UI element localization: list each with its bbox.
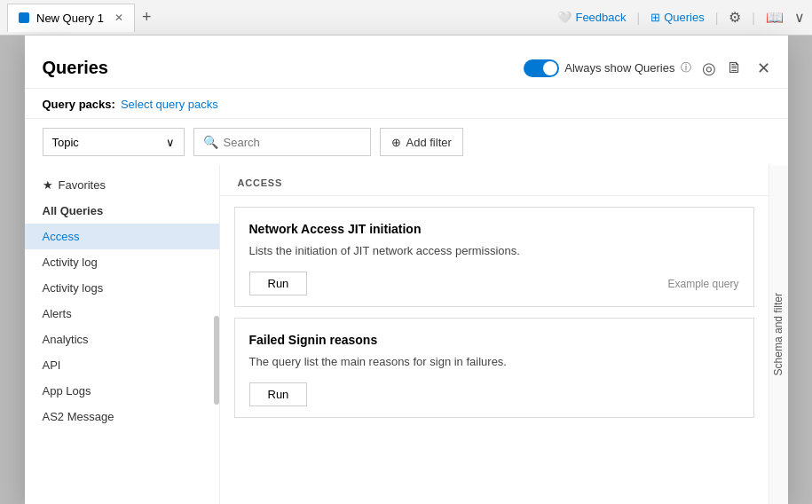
- query-card-footer-2: Run: [249, 382, 739, 406]
- schema-filter-label: Schema and filter: [772, 293, 784, 375]
- query-card-network-access: Network Access JIT initiation Lists the …: [234, 207, 754, 307]
- sidebar-item-label: App Logs: [43, 384, 91, 398]
- sidebar-item-label: API: [43, 358, 61, 372]
- sidebar-scrollbar-thumb[interactable]: [214, 316, 219, 405]
- query-card-failed-signin: Failed Signin reasons The query list the…: [234, 318, 754, 418]
- query-card-title-2: Failed Signin reasons: [249, 333, 739, 347]
- search-icon: 🔍: [203, 135, 218, 149]
- always-show-toggle-group: Always show Queries ⓘ: [524, 59, 690, 77]
- run-button-2[interactable]: Run: [249, 382, 308, 406]
- queries-button[interactable]: ⊞ Queries: [650, 11, 705, 24]
- query-packs-row: Query packs: Select query packs: [25, 89, 788, 119]
- modal-overlay: Queries Always show Queries ⓘ ◎ 🗎 ✕ Quer…: [0, 35, 812, 504]
- tab-close-icon[interactable]: ✕: [114, 12, 123, 24]
- add-filter-button[interactable]: ⊕ Add filter: [380, 128, 463, 156]
- tab-icon: [19, 12, 29, 23]
- sidebar-item-label: AS2 Message: [43, 410, 114, 423]
- sidebar-item-favorites[interactable]: ★ Favorites: [25, 172, 219, 198]
- filters-row: Topic ∨ 🔍 ⊕ Add filter: [25, 119, 788, 165]
- chevron-down-icon[interactable]: ∨: [794, 9, 805, 26]
- sidebar-item-label: Activity logs: [43, 281, 104, 295]
- topic-dropdown[interactable]: Topic ∨: [43, 128, 185, 156]
- sidebar-item-label: Alerts: [43, 307, 72, 320]
- modal-close-button[interactable]: ✕: [757, 59, 770, 78]
- sidebar-item-access[interactable]: Access: [25, 224, 219, 249]
- modal-header-controls: Always show Queries ⓘ ◎ 🗎 ✕: [524, 59, 769, 78]
- sidebar-all-queries: All Queries: [25, 198, 219, 224]
- tab-label: New Query 1: [36, 12, 104, 25]
- search-input[interactable]: [224, 136, 361, 149]
- sidebar-item-label: Analytics: [43, 333, 89, 346]
- always-show-label: Always show Queries: [564, 61, 674, 75]
- sidebar-item-api[interactable]: API: [25, 352, 219, 378]
- sidebar-item-activity-log[interactable]: Activity log: [25, 249, 219, 275]
- title-bar: New Query 1 ✕ + 🤍 Feedback | ⊞ Queries |…: [0, 0, 812, 35]
- query-card-desc-2: The query list the main reasons for sign…: [249, 354, 739, 370]
- sidebar-item-app-logs[interactable]: App Logs: [25, 378, 219, 404]
- sidebar-item-activity-logs[interactable]: Activity logs: [25, 275, 219, 301]
- sidebar-item-alerts[interactable]: Alerts: [25, 301, 219, 327]
- queries-icon: ⊞: [650, 11, 660, 24]
- save-icon[interactable]: 🗎: [727, 59, 743, 77]
- modal-title: Queries: [43, 58, 524, 78]
- sidebar-item-analytics[interactable]: Analytics: [25, 327, 219, 352]
- sidebar-item-label: Access: [43, 230, 80, 243]
- section-header: ACCESS: [220, 165, 769, 196]
- add-tab-button[interactable]: +: [135, 8, 159, 27]
- heart-icon: 🤍: [557, 11, 572, 24]
- modal-header: Queries Always show Queries ⓘ ◎ 🗎 ✕: [25, 35, 788, 89]
- chevron-down-icon: ∨: [166, 136, 175, 149]
- filter-icon: ⊕: [391, 136, 401, 149]
- sidebar: ★ Favorites All Queries Access Activity …: [25, 165, 220, 504]
- query-card-title: Network Access JIT initiation: [249, 222, 739, 236]
- star-icon: ★: [43, 178, 53, 192]
- title-bar-actions: 🤍 Feedback | ⊞ Queries | ⚙ | 📖 ∨: [557, 9, 805, 26]
- active-tab[interactable]: New Query 1 ✕: [7, 4, 135, 32]
- settings-icon[interactable]: ⚙: [729, 9, 741, 26]
- content-area: ACCESS Network Access JIT initiation Lis…: [220, 165, 769, 504]
- sidebar-item-label: Activity log: [43, 256, 98, 269]
- run-button-1[interactable]: Run: [249, 272, 308, 295]
- schema-and-filter-sidebar[interactable]: Schema and filter: [769, 165, 788, 504]
- sidebar-item-as2-message[interactable]: AS2 Message: [25, 404, 219, 429]
- feedback-button[interactable]: 🤍 Feedback: [557, 11, 626, 24]
- github-icon[interactable]: ◎: [702, 59, 716, 78]
- favorites-label: Favorites: [59, 178, 106, 192]
- example-query-label-1: Example query: [667, 278, 738, 290]
- select-query-packs-link[interactable]: Select query packs: [121, 98, 218, 111]
- search-box: 🔍: [193, 128, 371, 156]
- book-icon[interactable]: 📖: [766, 9, 784, 26]
- modal-body: ★ Favorites All Queries Access Activity …: [25, 165, 788, 504]
- topic-dropdown-label: Topic: [52, 136, 79, 149]
- queries-modal: Queries Always show Queries ⓘ ◎ 🗎 ✕ Quer…: [25, 35, 788, 504]
- query-packs-label: Query packs:: [43, 98, 115, 111]
- info-icon[interactable]: ⓘ: [681, 60, 691, 75]
- query-card-desc: Lists the initiation of JIT network acce…: [249, 243, 739, 259]
- query-card-footer: Run Example query: [249, 272, 739, 295]
- always-show-toggle[interactable]: [524, 59, 559, 77]
